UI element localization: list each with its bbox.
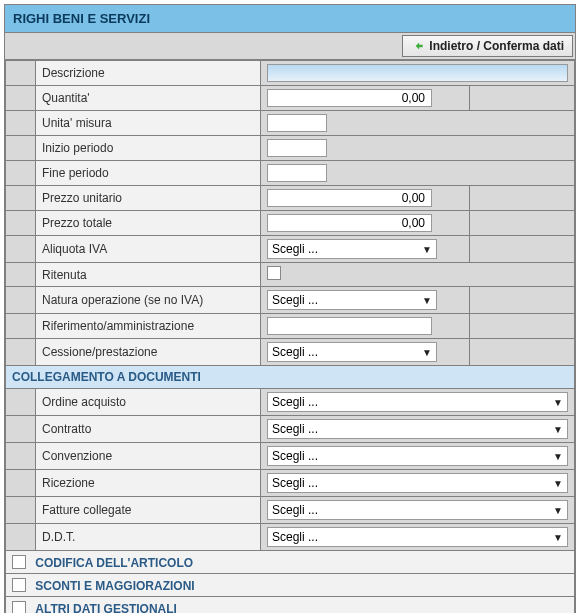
label-fatture-collegate: Fatture collegate bbox=[36, 497, 261, 524]
chevron-down-icon: ▼ bbox=[553, 424, 563, 435]
chevron-down-icon: ▼ bbox=[422, 347, 432, 358]
label-contratto: Contratto bbox=[36, 416, 261, 443]
label-cessione-prestazione: Cessione/prestazione bbox=[36, 339, 261, 366]
select-ricezione-value: Scegli ... bbox=[272, 476, 318, 490]
row-aliquota-iva: Aliquota IVA Scegli ... ▼ bbox=[6, 236, 575, 263]
row-cessione-prestazione: Cessione/prestazione Scegli ... ▼ bbox=[6, 339, 575, 366]
checkbox-codifica-articolo[interactable] bbox=[12, 555, 26, 569]
checkbox-sconti-maggiorazioni[interactable] bbox=[12, 578, 26, 592]
select-contratto[interactable]: Scegli ... ▼ bbox=[267, 419, 568, 439]
label-prezzo-totale: Prezzo totale bbox=[36, 211, 261, 236]
toolbar-top: Indietro / Conferma dati bbox=[5, 33, 575, 60]
label-inizio-periodo: Inizio periodo bbox=[36, 136, 261, 161]
input-unita-misura[interactable] bbox=[267, 114, 327, 132]
checkbox-altri-dati[interactable] bbox=[12, 601, 26, 613]
label-ddt: D.D.T. bbox=[36, 524, 261, 551]
select-ddt-value: Scegli ... bbox=[272, 530, 318, 544]
label-riferimento-amm: Riferimento/amministrazione bbox=[36, 314, 261, 339]
collapsible-altri-dati-gestionali: ALTRI DATI GESTIONALI bbox=[6, 597, 575, 614]
input-inizio-periodo[interactable] bbox=[267, 139, 327, 157]
select-fatture-value: Scegli ... bbox=[272, 503, 318, 517]
row-descrizione: Descrizione bbox=[6, 61, 575, 86]
row-fatture-collegate: Fatture collegate Scegli ... ▼ bbox=[6, 497, 575, 524]
chevron-down-icon: ▼ bbox=[553, 478, 563, 489]
collapsible-sconti-maggiorazioni: SCONTI E MAGGIORAZIONI bbox=[6, 574, 575, 597]
label-ricezione: Ricezione bbox=[36, 470, 261, 497]
input-quantita[interactable] bbox=[267, 89, 432, 107]
back-button-label: Indietro / Conferma dati bbox=[429, 39, 564, 53]
select-ordine-acquisto[interactable]: Scegli ... ▼ bbox=[267, 392, 568, 412]
label-unita-misura: Unita' misura bbox=[36, 111, 261, 136]
select-ddt[interactable]: Scegli ... ▼ bbox=[267, 527, 568, 547]
row-ddt: D.D.T. Scegli ... ▼ bbox=[6, 524, 575, 551]
row-convenzione: Convenzione Scegli ... ▼ bbox=[6, 443, 575, 470]
select-convenzione[interactable]: Scegli ... ▼ bbox=[267, 446, 568, 466]
chevron-down-icon: ▼ bbox=[422, 244, 432, 255]
row-contratto: Contratto Scegli ... ▼ bbox=[6, 416, 575, 443]
section-header-collegamento: COLLEGAMENTO A DOCUMENTI bbox=[6, 366, 575, 389]
section-collegamento-label: COLLEGAMENTO A DOCUMENTI bbox=[6, 366, 575, 389]
label-ordine-acquisto: Ordine acquisto bbox=[36, 389, 261, 416]
select-contratto-value: Scegli ... bbox=[272, 422, 318, 436]
row-natura-operazione: Natura operazione (se no IVA) Scegli ...… bbox=[6, 287, 575, 314]
select-convenzione-value: Scegli ... bbox=[272, 449, 318, 463]
collapsible-codifica-label: CODIFICA DELL'ARTICOLO bbox=[35, 555, 193, 569]
chevron-down-icon: ▼ bbox=[553, 532, 563, 543]
row-prezzo-totale: Prezzo totale bbox=[6, 211, 575, 236]
label-aliquota-iva: Aliquota IVA bbox=[36, 236, 261, 263]
select-ordine-acquisto-value: Scegli ... bbox=[272, 395, 318, 409]
input-descrizione[interactable] bbox=[267, 64, 568, 82]
select-fatture-collegate[interactable]: Scegli ... ▼ bbox=[267, 500, 568, 520]
input-prezzo-totale[interactable] bbox=[267, 214, 432, 232]
select-aliquota-iva-value: Scegli ... bbox=[272, 242, 318, 256]
back-arrow-icon bbox=[411, 39, 425, 53]
row-inizio-periodo: Inizio periodo bbox=[6, 136, 575, 161]
input-fine-periodo[interactable] bbox=[267, 164, 327, 182]
main-panel: RIGHI BENI E SERVIZI Indietro / Conferma… bbox=[4, 4, 576, 613]
row-riferimento-amm: Riferimento/amministrazione bbox=[6, 314, 575, 339]
panel-title: RIGHI BENI E SERVIZI bbox=[5, 5, 575, 33]
select-cessione-value: Scegli ... bbox=[272, 345, 318, 359]
select-ricezione[interactable]: Scegli ... ▼ bbox=[267, 473, 568, 493]
collapsible-sconti-label: SCONTI E MAGGIORAZIONI bbox=[35, 578, 194, 592]
select-aliquota-iva[interactable]: Scegli ... ▼ bbox=[267, 239, 437, 259]
select-cessione-prestazione[interactable]: Scegli ... ▼ bbox=[267, 342, 437, 362]
back-confirm-button-top[interactable]: Indietro / Conferma dati bbox=[402, 35, 573, 57]
label-quantita: Quantita' bbox=[36, 86, 261, 111]
input-riferimento-amm[interactable] bbox=[267, 317, 432, 335]
label-descrizione: Descrizione bbox=[36, 61, 261, 86]
form-table: Descrizione Quantita' Unita' misura Iniz… bbox=[5, 60, 575, 613]
select-natura-operazione[interactable]: Scegli ... ▼ bbox=[267, 290, 437, 310]
collapsible-codifica-articolo: CODIFICA DELL'ARTICOLO bbox=[6, 551, 575, 574]
row-prezzo-unitario: Prezzo unitario bbox=[6, 186, 575, 211]
chevron-down-icon: ▼ bbox=[553, 505, 563, 516]
row-ritenuta: Ritenuta bbox=[6, 263, 575, 287]
select-natura-op-value: Scegli ... bbox=[272, 293, 318, 307]
row-ordine-acquisto: Ordine acquisto Scegli ... ▼ bbox=[6, 389, 575, 416]
checkbox-ritenuta[interactable] bbox=[267, 266, 281, 280]
label-convenzione: Convenzione bbox=[36, 443, 261, 470]
row-fine-periodo: Fine periodo bbox=[6, 161, 575, 186]
row-quantita: Quantita' bbox=[6, 86, 575, 111]
chevron-down-icon: ▼ bbox=[422, 295, 432, 306]
chevron-down-icon: ▼ bbox=[553, 451, 563, 462]
chevron-down-icon: ▼ bbox=[553, 397, 563, 408]
label-prezzo-unitario: Prezzo unitario bbox=[36, 186, 261, 211]
label-fine-periodo: Fine periodo bbox=[36, 161, 261, 186]
label-ritenuta: Ritenuta bbox=[36, 263, 261, 287]
collapsible-altri-dati-label: ALTRI DATI GESTIONALI bbox=[35, 601, 177, 613]
row-unita-misura: Unita' misura bbox=[6, 111, 575, 136]
row-ricezione: Ricezione Scegli ... ▼ bbox=[6, 470, 575, 497]
input-prezzo-unitario[interactable] bbox=[267, 189, 432, 207]
label-natura-operazione: Natura operazione (se no IVA) bbox=[36, 287, 261, 314]
